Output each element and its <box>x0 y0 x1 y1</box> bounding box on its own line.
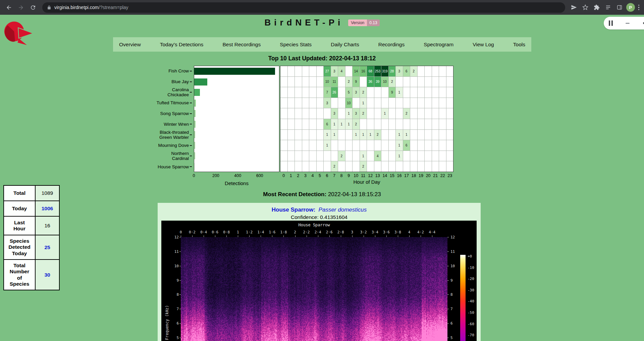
heatmap-cell <box>360 140 367 151</box>
reading-list-button[interactable] <box>603 3 613 12</box>
browser-menu-button[interactable] <box>637 3 641 12</box>
address-bar[interactable]: virginia.birdnetpi.com/?stream=play <box>42 2 565 13</box>
colorbar-tick: -50 <box>468 310 474 315</box>
heatmap-cell: 68 <box>367 66 374 76</box>
heatmap-cell <box>324 161 331 172</box>
heatmap-cell <box>309 66 316 76</box>
hour-tick: 16 <box>397 173 401 178</box>
spectrogram-x-tick: 1·6 <box>269 230 275 234</box>
heatmap-cell <box>302 66 309 76</box>
heatmap-cell: 1 <box>367 130 374 140</box>
reading-list-icon <box>605 4 611 10</box>
pause-button[interactable] <box>609 20 613 26</box>
species-labels: Fish CrowBlue JayCarolinaChickadeeTufted… <box>114 66 192 172</box>
tick-mark <box>432 235 432 237</box>
colorbar-tick: -70 <box>468 333 474 337</box>
spectrogram-y-tick-right: 11 <box>450 249 455 253</box>
top10-heading: Top 10 Last Updated: 2022-04-13 18:12 <box>0 55 644 62</box>
heatmap-cell <box>309 119 316 129</box>
heatmap-panel: 2734141668253319283621011293639102726532… <box>280 66 453 172</box>
header: BirdNET-Pi Version 0.13 <box>0 17 644 28</box>
heatmap-cell <box>374 108 381 119</box>
nav-item-tools[interactable]: Tools <box>513 42 525 48</box>
heatmap-cell <box>446 119 453 129</box>
heatmap-cell: 2 <box>410 66 417 76</box>
stats-label: Species Detected Today <box>4 235 35 259</box>
side-panel-button[interactable] <box>615 3 624 12</box>
heatmap-cell <box>439 98 446 108</box>
tick-mark <box>409 235 410 237</box>
tick-mark <box>364 235 364 237</box>
send-button[interactable] <box>569 3 579 12</box>
profile-avatar[interactable]: P <box>626 3 635 12</box>
species-link[interactable]: House Sparrow: Passer domesticus <box>272 207 367 213</box>
hour-tick: 4 <box>311 173 314 178</box>
heatmap-cell <box>288 77 295 87</box>
seek-handle[interactable] <box>626 23 630 24</box>
browser-forward-button[interactable] <box>15 2 26 13</box>
heatmap-cell <box>345 151 353 161</box>
stats-value: 16 <box>36 217 59 235</box>
heatmap-cell <box>439 140 446 151</box>
extensions-button[interactable] <box>592 3 601 12</box>
heatmap-cell <box>389 98 396 108</box>
star-icon <box>582 4 588 10</box>
heatmap-cell <box>410 151 417 161</box>
browser-back-button[interactable] <box>3 2 14 13</box>
stats-value[interactable]: 30 <box>36 260 59 290</box>
tick-mark <box>215 235 215 237</box>
nav-item-species-stats[interactable]: Species Stats <box>280 42 312 48</box>
nav-item-best-recordings[interactable]: Best Recordings <box>222 42 261 48</box>
heatmap-cell <box>295 77 302 87</box>
bar-x-tick: 0 <box>193 173 195 178</box>
heatmap-cell <box>317 151 324 161</box>
nav-item-view-log[interactable]: View Log <box>473 42 494 48</box>
heatmap-cell <box>425 66 432 76</box>
heatmap-cell <box>425 119 432 129</box>
spectrogram-title: House Sparrow <box>181 223 447 227</box>
spectrogram-x-tick: 3·6 <box>383 230 390 234</box>
heatmap-cell: 4 <box>338 66 345 76</box>
volume-icon[interactable] <box>642 20 644 26</box>
colorbar-tick: -10 <box>468 265 474 270</box>
browser-toolbar: virginia.birdnetpi.com/?stream=play P <box>0 0 644 15</box>
heatmap-cell <box>432 151 439 161</box>
tick-mark <box>261 235 261 237</box>
stats-label: Today <box>4 201 35 216</box>
nav-item-spectrogram[interactable]: Spectrogram <box>424 42 453 48</box>
nav-item-recordings[interactable]: Recordings <box>378 42 405 48</box>
stats-value[interactable]: 1006 <box>36 201 59 216</box>
nav-item-daily-charts[interactable]: Daily Charts <box>331 42 359 48</box>
heatmap-cell <box>374 140 381 151</box>
hour-tick: 15 <box>390 173 394 178</box>
browser-reload-button[interactable] <box>28 2 38 13</box>
bookmark-button[interactable] <box>581 3 590 12</box>
heatmap-cell: 2 <box>389 77 396 87</box>
stats-value[interactable]: 25 <box>36 235 59 259</box>
nav-item-overview[interactable]: Overview <box>119 42 141 48</box>
heatmap-cell <box>288 87 295 98</box>
colorbar-tick: -30 <box>468 288 474 292</box>
heatmap-cell: 1 <box>324 130 331 140</box>
spectrogram-x-tick: 3·8 <box>394 230 401 234</box>
heatmap-cell <box>396 119 403 129</box>
heatmap-cell <box>280 77 287 87</box>
hour-tick: 18 <box>412 173 416 178</box>
heatmap-cell <box>280 87 287 98</box>
top10-heading-value: 2022-04-13 18:12 <box>329 55 376 62</box>
heatmap-cell <box>432 161 439 172</box>
tick-mark <box>307 235 307 237</box>
heatmap-cell <box>360 119 367 129</box>
heatmap-cell <box>418 140 425 151</box>
heatmap-cell: 39 <box>374 77 381 87</box>
species-label: CarolinaChickadee <box>114 87 192 98</box>
heatmap-cell <box>338 130 345 140</box>
bar <box>194 110 196 117</box>
spectrogram-x-tick: 0·2 <box>189 230 196 234</box>
nav-item-today-s-detections[interactable]: Today's Detections <box>160 42 204 48</box>
species-label: Song Sparrow <box>114 108 192 119</box>
species-label: Black-throatedGreen Warbler <box>114 129 192 140</box>
species-label: House Sparrow <box>114 161 192 172</box>
hour-tick: 1 <box>290 173 292 178</box>
heatmap-cell <box>418 130 425 140</box>
